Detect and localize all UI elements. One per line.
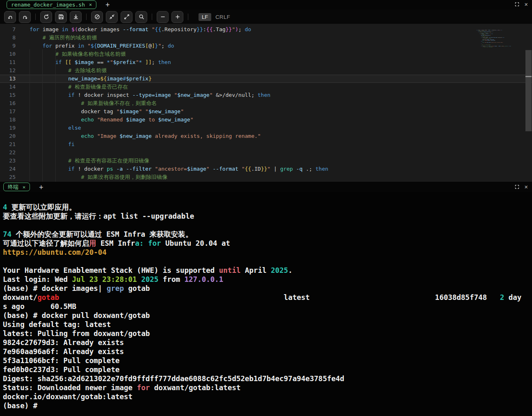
- code-line: 15 if ! docker inspect --type=image "$ne…: [0, 91, 532, 99]
- line-number: 17: [0, 107, 16, 116]
- eol-crlf-toggle[interactable]: CRLF: [215, 14, 230, 20]
- code-lines: 7 for image in $(docker images --format …: [0, 25, 532, 181]
- terminal-line: Using default tag: latest: [3, 320, 532, 329]
- terminal-line: 5f3a11066bcf: Pull complete: [3, 356, 532, 365]
- terminal-line: [3, 221, 532, 230]
- line-number: 18: [0, 116, 16, 124]
- indent-guide: [42, 49, 43, 183]
- code-line: 17 docker tag "$image" "$new_image": [0, 107, 532, 116]
- line-number: 8: [0, 34, 16, 42]
- line-number: 22: [0, 149, 16, 157]
- line-number: 12: [0, 66, 16, 75]
- code-line: 22: [0, 149, 532, 157]
- line-number: 20: [0, 132, 16, 140]
- zoom-out-button[interactable]: [157, 11, 169, 23]
- line-number: 24: [0, 165, 16, 173]
- terminal-line: Your Hardware Enablement Stack (HWE) is …: [3, 266, 532, 275]
- terminal-line: 7e960aa96a6f: Already exists: [3, 347, 532, 356]
- line-number: 9: [0, 42, 16, 50]
- code-line: 24 if ! docker ps -a --filter "ancestor=…: [0, 165, 532, 173]
- editor-tab-bar: rename_docker_images.sh ✕ + ✕: [0, 0, 532, 9]
- reload-button[interactable]: [40, 11, 52, 23]
- toolbar-divider: [35, 14, 36, 20]
- code-line: 21 fi: [0, 140, 532, 149]
- download-button[interactable]: [70, 11, 82, 23]
- code-line: 19 else: [0, 124, 532, 132]
- toolbar-divider: [152, 14, 152, 20]
- line-number: 10: [0, 50, 16, 58]
- terminal-line: 4 更新可以立即应用。: [3, 203, 532, 212]
- line-number: 16: [0, 99, 16, 107]
- zoom-in-button[interactable]: [171, 11, 183, 23]
- save-button[interactable]: [55, 11, 67, 23]
- terminal-tab-close-icon[interactable]: ✕: [23, 184, 25, 190]
- fold-button[interactable]: [106, 11, 118, 23]
- editor-scrollbar-marker: [525, 76, 532, 77]
- terminal-line: Digest: sha256:a2d6213022e70fd9ffdff777d…: [3, 374, 532, 383]
- line-number: 19: [0, 124, 16, 132]
- terminal-line: 可通过以下途径了解如何启用 ESM Infra: for Ubuntu 20.0…: [3, 239, 532, 248]
- terminal-line: doxwant/gotab latest 16038d85f748 2 day: [3, 293, 532, 302]
- tab-title: rename_docker_images.sh: [11, 2, 85, 8]
- minimap[interactable]: for image in $(docker images --format "{…: [475, 30, 515, 177]
- terminal-line: [3, 257, 532, 266]
- indent-guide: [55, 49, 56, 183]
- line-number: 7: [0, 25, 16, 34]
- code-line: 11 if [[ $image == *"$prefix"* ]]; then: [0, 58, 532, 66]
- terminal-line: 要查看这些附加更新，请运行：apt list --upgradable: [3, 212, 532, 221]
- terminal-line: fed0b0c237d3: Pull complete: [3, 365, 532, 374]
- code-lines: for image in $(docker images --format "{…: [475, 30, 479, 48]
- terminal-line: https://ubuntu.com/20-04: [3, 248, 532, 257]
- undo-button[interactable]: [4, 11, 16, 23]
- tab-close-icon[interactable]: ✕: [89, 2, 92, 7]
- line-number: 23: [0, 157, 16, 165]
- terminal-line: (base) # docker pull doxwant/gotab: [3, 311, 532, 320]
- terminal-line: Status: Downloaded newer image for doxwa…: [3, 383, 532, 392]
- code-line: 8 # 遍历所有的域名前缀: [0, 34, 532, 42]
- code-line: 23 # 检查是否有容器正在使用旧镜像: [0, 157, 532, 165]
- toolbar-divider: [86, 14, 87, 20]
- tab-terminal[interactable]: 终端 ✕: [3, 183, 30, 191]
- code-line: 7 for image in $(docker images --format …: [0, 25, 532, 34]
- code-line: 12 # 去除域名前缀: [0, 66, 532, 75]
- toolbar-divider: [188, 14, 188, 20]
- terminal-line: latest: Pulling from doxwant/gotab: [3, 329, 532, 338]
- tab-rename-docker-images[interactable]: rename_docker_images.sh ✕: [7, 0, 96, 9]
- line-number: 11: [0, 58, 16, 66]
- eol-lf-toggle[interactable]: LF: [199, 13, 211, 21]
- code-line: 20 echo "Image $new_image already exists…: [0, 132, 532, 140]
- terminal-line: s ago 60.5MB: [3, 302, 532, 311]
- close-terminal-icon[interactable]: ✕: [525, 183, 528, 190]
- line-number: 13: [0, 75, 16, 83]
- editor-toolbar: LF CRLF: [0, 10, 532, 24]
- line-number: 21: [0, 140, 16, 149]
- editor-scrollbar-thumb[interactable]: [525, 50, 532, 131]
- new-tab-button[interactable]: +: [105, 0, 110, 9]
- terminal-line: 74 个额外的安全更新可以通过 ESM Infra 来获取安装。: [3, 230, 532, 239]
- maximize-panel-icon[interactable]: [514, 2, 520, 7]
- code-line: 18 echo "Renamed $image to $new_image": [0, 116, 532, 124]
- terminal-tab-title: 终端: [8, 183, 18, 191]
- terminal-tab-bar: 终端 ✕ + ✕: [0, 182, 532, 192]
- indent-guide: [30, 49, 30, 183]
- terminal-line: (base) #: [3, 401, 532, 410]
- search-button[interactable]: [135, 11, 147, 23]
- line-number: 25: [0, 173, 16, 181]
- terminal-output[interactable]: 4 更新可以立即应用。要查看这些附加更新，请运行：apt list --upgr…: [0, 192, 532, 416]
- close-panel-icon[interactable]: ✕: [525, 1, 528, 7]
- compass-icon[interactable]: [91, 11, 103, 23]
- terminal-line: Last login: Wed Jul 23 23:28:01 2025 fro…: [3, 275, 532, 284]
- new-terminal-button[interactable]: +: [39, 183, 43, 191]
- redo-button[interactable]: [19, 11, 31, 23]
- code-line: 9 for prefix in "${DOMAIN_PREFIXES[@]}";…: [0, 42, 532, 50]
- unfold-button[interactable]: [121, 11, 132, 23]
- app-window: { "colors": { "tab_green": "#7bd49a", "e…: [0, 0, 532, 416]
- maximize-terminal-icon[interactable]: [514, 184, 520, 190]
- code-line: 13 new_image=${image#$prefix}: [0, 75, 532, 83]
- terminal-line: 9824c27679d3: Already exists: [3, 338, 532, 347]
- code-line: 14 # 检查新镜像是否已存在: [0, 83, 532, 91]
- code-editor[interactable]: 7 for image in $(docker images --format …: [0, 24, 532, 183]
- code-line: 25 # 如果没有容器使用，则删除旧镜像: [0, 173, 532, 181]
- code-line: 10 # 如果镜像名称包含域名前缀: [0, 50, 532, 58]
- terminal-line: docker.io/doxwant/gotab:latest: [3, 392, 532, 401]
